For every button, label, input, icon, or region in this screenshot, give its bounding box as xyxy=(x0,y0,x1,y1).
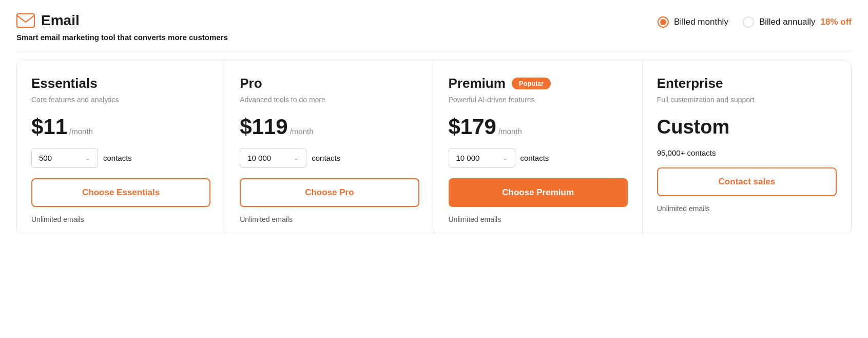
header-divider xyxy=(16,50,852,50)
plan-price-period-essentials: /month xyxy=(69,127,93,136)
app-title-text: Email xyxy=(41,12,80,29)
plan-footer-premium: Unlimited emails xyxy=(449,215,628,223)
plan-description-enterprise: Full customization and support xyxy=(657,96,837,107)
plan-footer-essentials: Unlimited emails xyxy=(31,215,210,223)
plan-price-amount-pro: $119 xyxy=(240,116,287,138)
billing-annually[interactable]: Billed annually 18% off xyxy=(743,16,852,28)
contacts-value-pro: 10 000 xyxy=(247,154,271,162)
plan-description-pro: Advanced tools to do more xyxy=(240,96,419,107)
app-subtitle: Smart email marketing tool that converts… xyxy=(16,33,228,42)
plan-name-pro: Pro xyxy=(240,76,262,91)
plan-name-row-pro: Pro xyxy=(240,76,419,91)
plan-name-premium: Premium xyxy=(449,76,506,91)
billing-monthly[interactable]: Billed monthly xyxy=(658,16,728,28)
plan-price-period-pro: /month xyxy=(290,127,314,136)
plan-name-row-premium: PremiumPopular xyxy=(449,76,628,91)
contacts-static-enterprise: 95,000+ contacts xyxy=(657,148,716,157)
cta-button-enterprise[interactable]: Contact sales xyxy=(657,167,837,196)
plan-name-essentials: Essentials xyxy=(31,76,98,91)
plan-price-amount-premium: $179 xyxy=(449,116,496,138)
cta-button-essentials[interactable]: Choose Essentials xyxy=(31,178,210,207)
plan-description-premium: Powerful AI-driven features xyxy=(449,96,628,107)
app-title-row: Email xyxy=(16,12,228,29)
plan-footer-enterprise: Unlimited emails xyxy=(657,204,837,213)
contacts-row-pro: 10 000⌄contacts xyxy=(240,148,419,168)
contacts-label-pro: contacts xyxy=(312,154,340,162)
contacts-value-essentials: 500 xyxy=(39,154,52,162)
contacts-dropdown-premium[interactable]: 10 000⌄ xyxy=(449,148,515,168)
plan-card-essentials: EssentialsCore features and analytics$11… xyxy=(17,61,225,234)
plan-price-custom-enterprise: Custom xyxy=(657,116,729,138)
plan-name-row-essentials: Essentials xyxy=(31,76,210,91)
contacts-value-premium: 10 000 xyxy=(456,154,480,162)
plan-price-amount-essentials: $11 xyxy=(31,116,67,138)
billing-toggle[interactable]: Billed monthly Billed annually 18% off xyxy=(658,12,852,28)
plan-price-period-premium: /month xyxy=(498,127,522,136)
plan-price-pro: $119/month xyxy=(240,116,419,138)
cta-button-premium[interactable]: Choose Premium xyxy=(449,178,628,207)
contacts-row-enterprise: 95,000+ contacts xyxy=(657,148,837,157)
radio-annually[interactable] xyxy=(743,16,754,28)
contacts-label-essentials: contacts xyxy=(103,154,132,162)
plan-card-premium: PremiumPopularPowerful AI-driven feature… xyxy=(434,61,643,234)
plans-grid: EssentialsCore features and analytics$11… xyxy=(16,61,852,234)
billing-monthly-label: Billed monthly xyxy=(674,17,728,27)
contacts-dropdown-essentials[interactable]: 500⌄ xyxy=(31,148,98,168)
plan-footer-pro: Unlimited emails xyxy=(240,215,419,223)
discount-badge: 18% off xyxy=(821,17,852,27)
billing-annually-label: Billed annually xyxy=(759,17,816,27)
chevron-down-icon-pro: ⌄ xyxy=(294,155,299,162)
plan-description-essentials: Core features and analytics xyxy=(31,96,210,107)
header-left: Email Smart email marketing tool that co… xyxy=(16,12,228,42)
email-icon xyxy=(16,13,35,28)
contacts-row-premium: 10 000⌄contacts xyxy=(449,148,628,168)
radio-monthly-inner xyxy=(660,19,666,25)
chevron-down-icon-essentials: ⌄ xyxy=(85,155,90,162)
radio-monthly[interactable] xyxy=(658,16,669,28)
cta-button-pro[interactable]: Choose Pro xyxy=(240,178,419,207)
contacts-row-essentials: 500⌄contacts xyxy=(31,148,210,168)
plan-price-premium: $179/month xyxy=(449,116,628,138)
plan-price-essentials: $11/month xyxy=(31,116,210,138)
svg-rect-0 xyxy=(17,14,34,27)
plan-name-row-enterprise: Enterprise xyxy=(657,76,837,91)
plan-card-enterprise: EnterpriseFull customization and support… xyxy=(643,61,851,234)
contacts-label-premium: contacts xyxy=(520,154,549,162)
plan-card-pro: ProAdvanced tools to do more$119/month10… xyxy=(225,61,434,234)
page-header: Email Smart email marketing tool that co… xyxy=(16,12,852,42)
contacts-dropdown-pro[interactable]: 10 000⌄ xyxy=(240,148,306,168)
chevron-down-icon-premium: ⌄ xyxy=(503,155,508,162)
popular-badge: Popular xyxy=(512,78,551,89)
plan-price-enterprise: Custom xyxy=(657,116,837,138)
plan-name-enterprise: Enterprise xyxy=(657,76,723,91)
